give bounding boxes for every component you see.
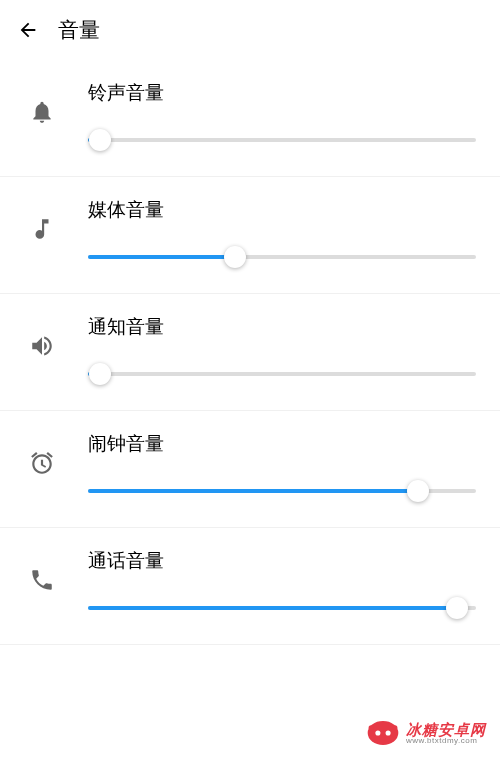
volume-icon xyxy=(24,328,60,364)
notification-label: 通知音量 xyxy=(88,314,476,340)
call-slider[interactable] xyxy=(88,596,476,620)
watermark-text: 冰糖安卓网 www.btxtdmy.com xyxy=(406,722,486,745)
alarm-label: 闹钟音量 xyxy=(88,431,476,457)
call-label: 通话音量 xyxy=(88,548,476,574)
page-title: 音量 xyxy=(58,16,100,44)
ringtone-label: 铃声音量 xyxy=(88,80,476,106)
music-note-icon xyxy=(24,211,60,247)
media-section: 媒体音量 xyxy=(0,177,500,294)
notification-slider[interactable] xyxy=(88,362,476,386)
slider-fill xyxy=(88,606,457,610)
call-section: 通话音量 xyxy=(0,528,500,645)
media-label: 媒体音量 xyxy=(88,197,476,223)
ringtone-section: 铃声音量 xyxy=(0,60,500,177)
slider-fill xyxy=(88,489,418,493)
watermark: 冰糖安卓网 www.btxtdmy.com xyxy=(366,719,486,747)
alarm-slider[interactable] xyxy=(88,479,476,503)
alarm-section: 闹钟音量 xyxy=(0,411,500,528)
ringtone-slider[interactable] xyxy=(88,128,476,152)
bell-icon xyxy=(24,94,60,130)
call-content: 通话音量 xyxy=(88,548,476,620)
svg-point-3 xyxy=(369,725,374,730)
phone-icon xyxy=(24,562,60,598)
alarm-clock-icon xyxy=(24,445,60,481)
ringtone-content: 铃声音量 xyxy=(88,80,476,152)
alarm-content: 闹钟音量 xyxy=(88,431,476,503)
svg-point-2 xyxy=(386,730,391,735)
watermark-main: 冰糖安卓网 xyxy=(406,722,486,737)
slider-fill xyxy=(88,255,235,259)
notification-content: 通知音量 xyxy=(88,314,476,386)
media-slider[interactable] xyxy=(88,245,476,269)
svg-point-0 xyxy=(368,721,399,745)
back-button[interactable] xyxy=(12,14,44,46)
notification-section: 通知音量 xyxy=(0,294,500,411)
slider-track xyxy=(88,138,476,142)
slider-thumb[interactable] xyxy=(89,363,111,385)
watermark-sub: www.btxtdmy.com xyxy=(406,737,486,745)
watermark-logo-icon xyxy=(366,719,400,747)
slider-thumb[interactable] xyxy=(446,597,468,619)
svg-point-1 xyxy=(375,730,380,735)
header: 音量 xyxy=(0,0,500,60)
media-content: 媒体音量 xyxy=(88,197,476,269)
slider-thumb[interactable] xyxy=(407,480,429,502)
slider-track xyxy=(88,372,476,376)
slider-thumb[interactable] xyxy=(89,129,111,151)
arrow-left-icon xyxy=(17,19,39,41)
slider-thumb[interactable] xyxy=(224,246,246,268)
svg-point-4 xyxy=(392,725,397,730)
